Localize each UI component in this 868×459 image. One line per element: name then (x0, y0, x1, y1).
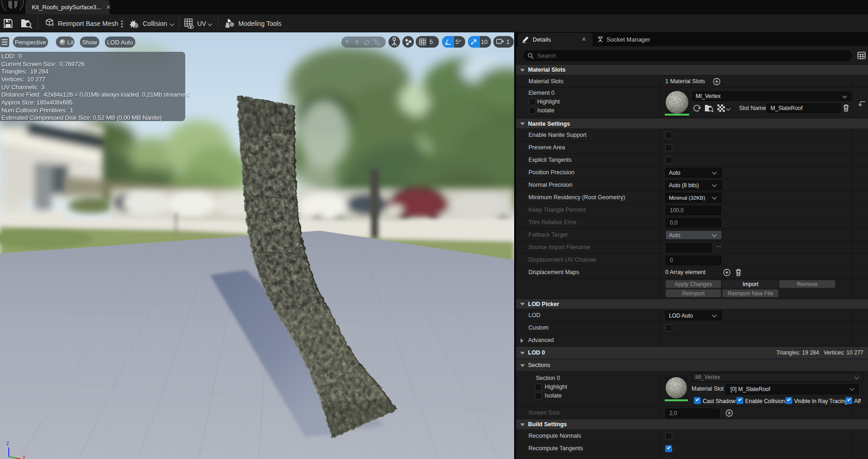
svg-text:x: x (23, 454, 25, 459)
svg-text:z: z (6, 440, 9, 447)
